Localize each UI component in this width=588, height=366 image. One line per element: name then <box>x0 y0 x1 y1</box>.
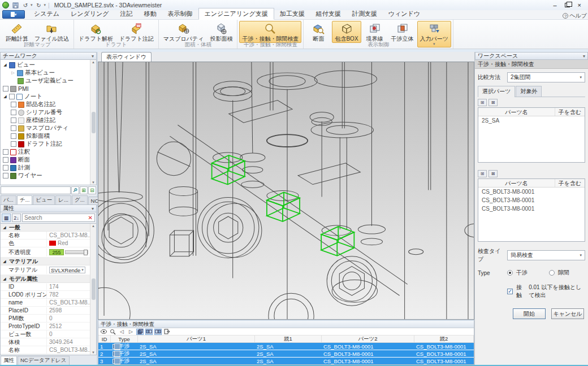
tree-item-user-view[interactable]: ユーザ定義ビュー <box>1 77 96 85</box>
tree-item-measure[interactable]: 計測 <box>1 164 96 172</box>
tab-parts[interactable]: パ... <box>1 195 16 204</box>
property-row[interactable]: 不透明度255 <box>1 247 96 258</box>
material-select[interactable]: SVLXRende▾ <box>49 267 85 273</box>
section-material[interactable]: ◢マテリアル <box>1 258 96 265</box>
tab-assembly-support[interactable]: 組付支援 <box>310 8 347 19</box>
distance-calc-button[interactable]: 距離計算 <box>3 21 31 43</box>
tab-nc-data-address[interactable]: NCデータアドレス <box>18 356 70 365</box>
contact-checkbox[interactable] <box>507 289 513 294</box>
scroll-up-icon[interactable]: ▲ <box>92 224 95 228</box>
interference-check-button[interactable]: 干渉・接触・隙間検査 <box>239 21 301 43</box>
tab-layer[interactable]: レ... <box>55 195 71 204</box>
show-parts-toggle-icon[interactable] <box>136 329 144 335</box>
close-button[interactable]: × <box>578 2 581 8</box>
visibility-icon[interactable] <box>100 329 107 335</box>
property-row[interactable]: nameCS_BOLT3-M8... <box>1 299 96 307</box>
scroll-thumb[interactable] <box>92 112 96 133</box>
property-row[interactable]: PMI数0 <box>1 315 96 323</box>
scroll-down-icon[interactable]: ▼ <box>92 351 95 354</box>
checkbox[interactable] <box>3 86 8 91</box>
expander-icon[interactable]: ▷ <box>11 71 15 75</box>
property-row[interactable]: ビュー数0 <box>1 330 96 338</box>
property-row[interactable]: 名称CS_BOLT3-M8... <box>1 232 96 239</box>
remove-part-icon[interactable]: ⊠ <box>488 170 498 177</box>
tab-selected-parts[interactable]: 選択パーツ <box>478 86 515 97</box>
tab-engineering-support[interactable]: エンジニアリング支援 <box>198 8 274 20</box>
export-icon[interactable] <box>163 329 171 335</box>
checkbox[interactable] <box>11 141 16 147</box>
collapse-all-icon[interactable]: ⊟ <box>88 186 96 194</box>
tree-item-part-name-note[interactable]: 部品名注記 <box>1 101 96 108</box>
checkbox[interactable] <box>3 173 8 178</box>
file-load-button[interactable]: ファイル読込 <box>32 21 72 43</box>
tab-measure-support[interactable]: 計測支援 <box>347 8 383 19</box>
tab-window[interactable]: ウィンドウ <box>383 8 426 19</box>
3d-viewport[interactable] <box>98 62 474 320</box>
expander-icon[interactable]: ◢ <box>3 94 7 99</box>
add-part-icon[interactable]: ⊞ <box>478 170 487 177</box>
draft-analysis-button[interactable]: ドラフト解析 <box>76 21 116 43</box>
group1-part-list[interactable]: パーツ名 子を含む 2S_SA <box>478 107 585 163</box>
tree-item-note[interactable]: ◢ノート <box>1 93 96 101</box>
redo-caret-icon[interactable]: ▾ <box>44 3 46 7</box>
property-row[interactable]: 名称CS_BOLT3-M8... <box>1 346 96 354</box>
property-row[interactable]: ProtoTypeID2512 <box>1 323 96 330</box>
tab-annotation[interactable]: 注記 <box>115 8 139 19</box>
start-button[interactable]: 開始 <box>513 308 546 319</box>
tab-move[interactable]: 移動 <box>139 8 162 19</box>
remove-part-icon[interactable]: ⊠ <box>488 99 498 106</box>
tree-item-section[interactable]: 断面 <box>1 156 96 164</box>
opacity-slider[interactable] <box>65 250 88 254</box>
tree-item-annotation[interactable]: 注釈 <box>1 148 96 156</box>
tree-item-draft-note[interactable]: ドラフト注記 <box>1 140 96 148</box>
scroll-down-icon[interactable]: ▼ <box>92 181 95 184</box>
tree-item-wire[interactable]: ワイヤー <box>1 172 96 180</box>
tree-item-projected-area[interactable]: 投影面積 <box>1 132 96 140</box>
properties-scrollbar[interactable]: ▲▼ <box>90 224 96 355</box>
teamwork-panel-header[interactable]: チームワーク▾ <box>0 52 97 60</box>
tree-search-input[interactable] <box>1 186 71 194</box>
section-general[interactable]: ◢一般 <box>1 224 96 232</box>
projected-area-button[interactable]: 投影面積 <box>207 21 235 43</box>
expand-all-icon[interactable]: ⊞ <box>80 186 88 194</box>
expander-icon[interactable]: ◢ <box>2 225 7 230</box>
property-row[interactable]: LOD0 ポリゴン数782 <box>1 291 96 299</box>
checkbox[interactable] <box>11 110 16 115</box>
tab-machining-support[interactable]: 加工支援 <box>274 8 310 19</box>
tab-excluded[interactable]: 対象外 <box>516 86 542 97</box>
tab-system[interactable]: システム <box>28 8 65 19</box>
tree-item-basic-view[interactable]: ▷基本ビュー <box>1 69 96 77</box>
boundary-line-button[interactable]: 境界線 <box>362 21 388 43</box>
property-row[interactable]: ID174 <box>1 283 96 291</box>
expander-icon[interactable]: ◢ <box>2 277 7 281</box>
property-row[interactable]: 色Red <box>1 239 96 247</box>
checkbox[interactable] <box>3 149 8 155</box>
search-icon[interactable]: 🔎︎ <box>71 186 79 194</box>
check-type-select[interactable]: 簡易検査▾ <box>507 250 585 260</box>
result-row-2[interactable]: 2 干渉 2S_SA 2S_SA CS_BOLT3-M8-0001 CS_BOL… <box>98 350 474 358</box>
tree-item-serial-number[interactable]: シリアル番号 <box>1 108 96 116</box>
list-item[interactable]: CS_BOLT3-M8-0001 <box>478 204 585 213</box>
redo-button[interactable]: ↻ <box>35 2 43 9</box>
properties-panel-header[interactable]: 属性▾ <box>0 204 97 212</box>
list-item[interactable]: 2S_SA <box>478 116 585 125</box>
categorized-view-button[interactable]: ▦ <box>2 213 11 222</box>
section-model-attributes[interactable]: ◢モデル属性 <box>1 275 96 283</box>
draft-annotation-button[interactable]: ドラフト注記 <box>116 21 157 43</box>
tree-item-views[interactable]: ◢ビュー <box>1 61 96 69</box>
checkbox[interactable] <box>11 102 16 107</box>
workspace-panel-header[interactable]: ワークスペース▾ <box>475 52 588 60</box>
expander-icon[interactable]: ◢ <box>3 63 7 67</box>
list-item[interactable]: CS_BOLT3-M8-0001 <box>478 188 585 196</box>
tab-group[interactable]: グ... <box>72 195 88 204</box>
property-row[interactable]: マテリアルSVLXRende▾ <box>1 265 96 275</box>
mass-property-button[interactable]: マスプロパティ <box>161 21 207 43</box>
expander-icon[interactable]: ◢ <box>2 259 7 264</box>
checkbox[interactable] <box>11 117 16 123</box>
zoom-result-icon[interactable] <box>109 329 116 335</box>
group2-part-list[interactable]: パーツ名 子を含む CS_BOLT3-M8-0001 CS_BOLT3-M8-0… <box>478 178 585 242</box>
compare-method-select[interactable]: 2集団間▾ <box>507 72 585 82</box>
tab-attributes[interactable]: 属性 <box>1 356 17 365</box>
checkbox[interactable] <box>11 133 16 139</box>
checkbox[interactable] <box>11 125 16 131</box>
